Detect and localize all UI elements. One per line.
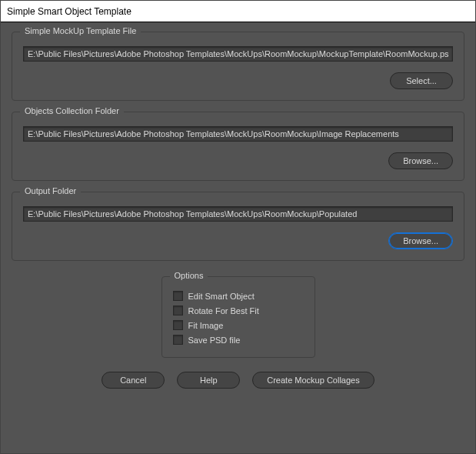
collection-folder-legend: Objects Collection Folder — [25, 106, 119, 115]
options-legend: Options — [175, 271, 204, 280]
help-label: Help — [200, 376, 218, 385]
select-template-label: Select... — [406, 76, 437, 85]
option-edit-smart-object: Edit Smart Object — [173, 291, 304, 301]
cancel-button[interactable]: Cancel — [102, 372, 165, 389]
help-button[interactable]: Help — [177, 372, 240, 389]
output-folder-legend: Output Folder — [25, 186, 76, 195]
browse-output-button[interactable]: Browse... — [388, 232, 453, 249]
select-template-button[interactable]: Select... — [390, 72, 453, 89]
action-row: Cancel Help Create Mockup Collages — [12, 372, 464, 389]
output-folder-input[interactable] — [23, 206, 453, 222]
label-fit-image[interactable]: Fit Image — [188, 321, 224, 330]
window-title: Simple Smart Object Template — [7, 6, 131, 17]
label-edit-smart-object[interactable]: Edit Smart Object — [188, 292, 255, 301]
option-save-psd: Save PSD file — [173, 335, 304, 345]
group-output-folder: Output Folder Browse... — [12, 192, 464, 261]
checkbox-fit-image[interactable] — [173, 320, 183, 330]
group-legend-wrap: Objects Collection Folder — [20, 106, 124, 115]
template-file-input[interactable] — [23, 46, 453, 62]
create-mockup-button[interactable]: Create Mockup Collages — [252, 372, 374, 389]
checkbox-rotate-best-fit[interactable] — [173, 305, 183, 315]
group-legend-wrap: Output Folder — [20, 186, 81, 195]
checkbox-save-psd[interactable] — [173, 335, 183, 345]
group-legend-wrap: Options — [170, 271, 208, 280]
label-rotate-best-fit[interactable]: Rotate For Best Fit — [188, 306, 259, 315]
cancel-label: Cancel — [120, 376, 146, 385]
group-options: Options Edit Smart Object Rotate For Bes… — [161, 276, 315, 358]
dialog-window: Simple Smart Object Template Simple Mock… — [0, 0, 476, 454]
option-rotate-best-fit: Rotate For Best Fit — [173, 305, 304, 315]
dialog-body: Simple MockUp Template File Select... Ob… — [1, 22, 475, 453]
checkbox-edit-smart-object[interactable] — [173, 291, 183, 301]
titlebar: Simple Smart Object Template — [1, 1, 475, 22]
collection-folder-input[interactable] — [23, 126, 453, 142]
option-fit-image: Fit Image — [173, 320, 304, 330]
browse-collection-button[interactable]: Browse... — [388, 152, 453, 169]
create-label: Create Mockup Collages — [267, 376, 359, 385]
template-file-legend: Simple MockUp Template File — [25, 26, 136, 35]
group-collection-folder: Objects Collection Folder Browse... — [12, 112, 464, 181]
browse-collection-label: Browse... — [403, 156, 438, 165]
group-legend-wrap: Simple MockUp Template File — [20, 26, 141, 35]
browse-output-label: Browse... — [403, 236, 438, 245]
group-template-file: Simple MockUp Template File Select... — [12, 32, 464, 101]
label-save-psd[interactable]: Save PSD file — [188, 335, 241, 345]
